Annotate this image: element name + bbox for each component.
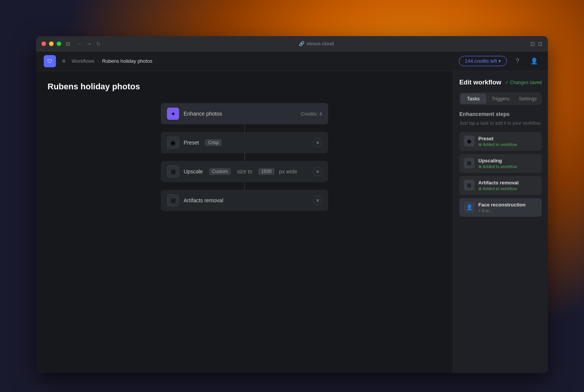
preset-badge: Crisp <box>205 139 222 146</box>
share-button[interactable]: ⊡ <box>530 41 535 47</box>
credits-arrow: ▾ <box>498 58 501 64</box>
logo[interactable]: 🛡 <box>44 55 56 67</box>
enhancement-artifacts-icon: ⊞ <box>464 180 474 190</box>
enhancement-upscaling-content: Upscaling ⊕ Added to workflow <box>478 158 537 169</box>
enhancement-face-content: Face reconstruction + 0 cr... <box>478 202 537 213</box>
tab-triggers[interactable]: Triggers <box>488 94 514 104</box>
enhancement-upscaling-icon: ⊞ <box>464 158 474 168</box>
enhancement-face-reconstruction[interactable]: 👤 Face reconstruction + 0 cr... <box>459 198 542 217</box>
upscale-label: Upscale <box>184 168 203 175</box>
tab-settings[interactable]: Settings <box>515 94 541 104</box>
url-icon: 🔗 <box>299 41 305 46</box>
help-button[interactable]: ? <box>511 55 524 67</box>
upscale-remove[interactable]: ✕ <box>313 167 322 176</box>
enhance-label: Enhance photos <box>184 111 222 117</box>
enhancement-hint: Just tap a task to add it to your workfl… <box>459 120 542 127</box>
enhancement-preset-name: Preset <box>478 136 537 141</box>
upscale-unit: px wide <box>279 168 297 175</box>
enhance-credits: Credits: 4 <box>301 111 322 117</box>
enhancement-preset-icon: ◉ <box>464 136 474 146</box>
step-upscale[interactable]: ⊞ Upscale Custom size to 1500 px wide ✕ <box>161 161 328 182</box>
artifacts-remove[interactable]: ✕ <box>313 196 322 205</box>
enhancement-upscaling-name: Upscaling <box>478 158 537 163</box>
upscale-icon: ⊞ <box>167 165 179 178</box>
main-area: Rubens holiday photos ✦ Enhance photos C… <box>36 71 548 373</box>
forward-button[interactable]: → <box>85 40 93 48</box>
user-button[interactable]: 👤 <box>528 55 540 67</box>
app-container: 🛡 ≡ Workflows › Rubens holiday photos 14… <box>36 51 548 373</box>
tab-tasks[interactable]: Tasks <box>460 94 486 104</box>
preset-remove[interactable]: ✕ <box>313 138 322 147</box>
breadcrumb-current: Rubens holiday photos <box>102 58 152 64</box>
enhancement-face-status: + 0 cr... <box>478 208 537 213</box>
enhancement-upscaling[interactable]: ⊞ Upscaling ⊕ Added to workflow <box>459 154 542 173</box>
credits-text: 144 credits left <box>465 58 497 64</box>
enhancement-artifacts-name: Artifacts removal <box>478 180 537 186</box>
enhancement-artifacts-content: Artifacts removal ⊕ Added to workflow <box>478 180 537 191</box>
enhance-icon: ✦ <box>167 108 179 120</box>
browser-maximize-btn[interactable] <box>57 41 61 46</box>
connector-3 <box>244 182 245 190</box>
browser-chrome: ⊟ ← → ↻ 🔗 viesus.cloud ⊡ ⊡ <box>36 36 548 51</box>
content-area: Rubens holiday photos ✦ Enhance photos C… <box>36 71 453 373</box>
breadcrumb-workflows[interactable]: Workflows <box>71 58 94 64</box>
enhancement-preset-content: Preset ⊕ Added to workflow <box>478 136 537 147</box>
nav-arrows: ← → ↻ <box>75 40 102 48</box>
enhancement-title: Enhancement steps <box>459 111 542 117</box>
tab-sidebar-icon[interactable]: ⊟ <box>66 41 70 47</box>
fullscreen-button[interactable]: ⊡ <box>538 41 543 47</box>
reload-button[interactable]: ↻ <box>95 40 102 48</box>
upscale-badge: Custom <box>209 168 231 175</box>
page-title: Rubens holiday photos <box>48 82 441 92</box>
credits-badge[interactable]: 144 credits left ▾ <box>459 56 507 66</box>
step-enhance[interactable]: ✦ Enhance photos Credits: 4 <box>161 103 328 124</box>
browser-minimize-btn[interactable] <box>49 41 54 46</box>
enhancement-face-name: Face reconstruction <box>478 202 537 208</box>
upscale-size-to: size to <box>237 168 252 175</box>
connector-2 <box>244 153 245 161</box>
url-text: viesus.cloud <box>306 41 334 46</box>
step-preset[interactable]: ◉ Preset Crisp ✕ <box>161 132 328 153</box>
browser-actions: ⊡ ⊡ <box>530 41 543 47</box>
panel-header: Edit workflow ✓ Changes saved <box>459 79 542 86</box>
back-button[interactable]: ← <box>75 40 83 48</box>
changes-saved-text: Changes saved <box>510 80 542 85</box>
breadcrumb: Workflows › Rubens holiday photos <box>71 58 152 64</box>
browser-window: ⊟ ← → ↻ 🔗 viesus.cloud ⊡ ⊡ 🛡 ≡ Workflows… <box>36 36 548 373</box>
enhancement-preset-status: ⊕ Added to workflow <box>478 142 537 147</box>
workflow-canvas: ✦ Enhance photos Credits: 4 ◉ Preset Cri… <box>48 103 441 211</box>
panel-title: Edit workflow <box>459 79 501 86</box>
enhancement-preset[interactable]: ◉ Preset ⊕ Added to workflow <box>459 132 542 151</box>
artifacts-icon: ⊞ <box>167 194 179 206</box>
panel-tabs: Tasks Triggers Settings <box>459 92 542 105</box>
preset-icon: ◉ <box>167 136 179 149</box>
changes-saved: ✓ Changes saved <box>505 80 542 85</box>
artifacts-label: Artifacts removal <box>184 197 223 203</box>
browser-close-btn[interactable] <box>41 41 46 46</box>
hamburger-menu[interactable]: ≡ <box>60 56 67 66</box>
right-panel: Edit workflow ✓ Changes saved Tasks Trig… <box>453 71 548 373</box>
preset-label: Preset <box>184 140 199 146</box>
top-nav: 🛡 ≡ Workflows › Rubens holiday photos 14… <box>36 51 548 71</box>
enhancement-upscaling-status: ⊕ Added to workflow <box>478 164 537 169</box>
upscale-size-value: 1500 <box>258 168 275 175</box>
checkmark-icon: ✓ <box>505 80 509 85</box>
connector-1 <box>244 124 245 132</box>
address-bar[interactable]: 🔗 viesus.cloud <box>107 41 526 46</box>
logo-text: 🛡 <box>47 58 52 64</box>
enhancement-face-icon: 👤 <box>464 202 474 213</box>
browser-controls <box>41 41 61 46</box>
enhancement-artifacts-removal[interactable]: ⊞ Artifacts removal ⊕ Added to workflow <box>459 176 542 195</box>
step-artifacts[interactable]: ⊞ Artifacts removal ✕ <box>161 190 328 211</box>
breadcrumb-separator: › <box>97 58 99 64</box>
enhancement-artifacts-status: ⊕ Added to workflow <box>478 186 537 191</box>
